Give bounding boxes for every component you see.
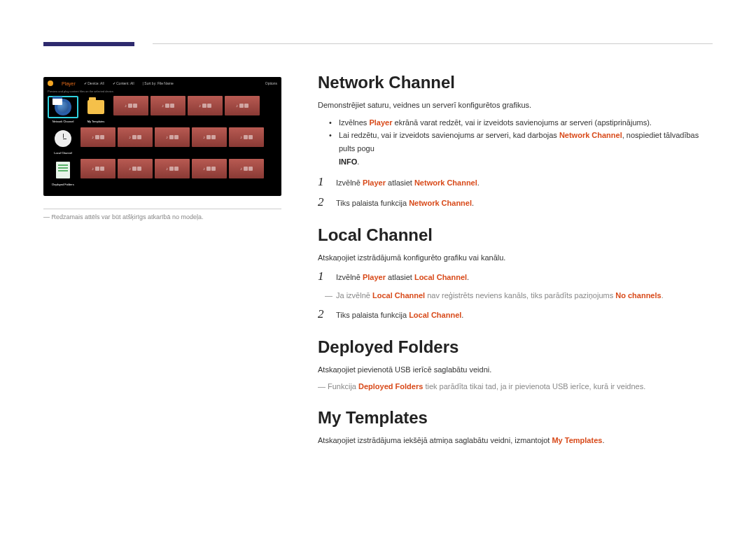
step-number: 2 [318, 307, 326, 321]
content-tile: ♪ [192, 127, 227, 147]
text: Lai redzētu, vai ir izveidots savienojum… [339, 131, 559, 139]
content-tile: ♪ [80, 127, 115, 147]
text: . [662, 291, 664, 300]
highlight-player: Player [363, 273, 386, 281]
content-tile: ♪ [229, 127, 264, 147]
text: atlasiet [386, 273, 414, 281]
deployed-intro: Atskaņojiet pievienotā USB ierīcē saglab… [318, 364, 715, 377]
step-text: Tiks palaista funkcija Local Channel. [336, 309, 463, 322]
text: Izvēlnes [339, 118, 369, 127]
note-dash: Funkcija Deployed Folders tiek parādīta … [318, 381, 715, 393]
step-2: 2 Tiks palaista funkcija Local Channel. [318, 307, 715, 322]
main-content: Network Channel Demonstrējiet saturu, ve… [318, 73, 715, 451]
player-title: Player [62, 81, 76, 86]
text: . [467, 273, 469, 281]
content-tile: ♪ [118, 159, 153, 178]
highlight-local-channel: Local Channel [409, 311, 461, 319]
header-accent-bar [43, 42, 134, 46]
templates-intro: Atskaņojiet izstrādājuma iekšējā atmiņa … [318, 435, 715, 447]
highlight-local-channel: Local Channel [372, 291, 425, 300]
calendar-icon [52, 97, 62, 105]
text: tiek parādīta tikai tad, ja ir pievienot… [423, 382, 645, 391]
network-intro: Demonstrējiet saturu, veidnes un serverī… [318, 99, 715, 112]
tile-label: Deployed Folders [48, 183, 78, 186]
grid-row-2: Local Channel ♪ ♪ ♪ ♪ ♪ [48, 127, 277, 155]
text: atlasiet [386, 178, 414, 187]
highlight-no-channels: No channels [615, 291, 661, 300]
document-icon [56, 162, 70, 178]
content-tile: ♪ [118, 127, 153, 147]
text: Izvēlnē [336, 178, 363, 187]
grid-row-1: Network Channel My Templates ♪ ♪ ♪ ♪ [48, 96, 277, 123]
tile-label: Network Channel [48, 120, 78, 123]
text: nav reģistrēts neviens kanāls, tiks parā… [425, 291, 615, 300]
content-tile: ♪ [155, 127, 190, 147]
tile-label: My Templates [80, 120, 111, 123]
step-number: 1 [318, 269, 326, 283]
content-tile: ♪ [155, 159, 190, 178]
text: Tiks palaista funkcija [336, 311, 409, 319]
text: Izvēlnē [336, 273, 363, 281]
player-logo-icon [48, 80, 53, 86]
grid-row-3: Deployed Folders ♪ ♪ ♪ ♪ ♪ [48, 159, 277, 186]
sort-filter: | Sort by: File Name [143, 81, 174, 85]
bullet-item: Lai redzētu, vai ir izveidots savienojum… [332, 129, 715, 168]
highlight-player: Player [363, 178, 386, 187]
tile-network-channel: Network Channel [48, 96, 78, 123]
highlight-deployed-folders: Deployed Folders [358, 382, 423, 391]
step-number: 2 [318, 195, 326, 209]
tile-label: Local Channel [48, 151, 78, 155]
step-1: 1 Izvēlnē Player atlasiet Local Channel. [318, 269, 715, 284]
highlight-network-channel: Network Channel [409, 199, 472, 207]
step-2: 2 Tiks palaista funkcija Network Channel… [318, 195, 715, 210]
player-header: Player ✔ Device: All ✔ Content: All | So… [43, 77, 281, 90]
step-1: 1 Izvēlnē Player atlasiet Network Channe… [318, 175, 715, 190]
content-filter: ✔ Content: All [113, 81, 134, 85]
player-app-preview: Player ✔ Device: All ✔ Content: All | So… [43, 77, 281, 196]
content-tile: ♪ [113, 96, 148, 115]
note-dash: Ja izvēlnē Local Channel nav reģistrēts … [336, 290, 715, 302]
heading-local-channel: Local Channel [318, 225, 715, 245]
content-filter-value: All [130, 81, 134, 85]
content-tile: ♪ [188, 96, 223, 115]
heading-network-channel: Network Channel [318, 73, 715, 92]
highlight-network-channel: Network Channel [414, 178, 477, 187]
clock-icon [55, 130, 71, 147]
content-tile: ♪ [150, 96, 186, 115]
content-tile: ♪ [225, 96, 260, 115]
network-bullets: Izvēlnes Player ekrānā varat redzēt, vai… [318, 116, 715, 169]
screenshot-figure: Player ✔ Device: All ✔ Content: All | So… [43, 77, 281, 220]
device-filter-value: All [100, 81, 104, 85]
heading-deployed-folders: Deployed Folders [318, 337, 715, 357]
heading-my-templates: My Templates [318, 408, 715, 428]
text: ekrānā varat redzēt, vai ir izveidots sa… [392, 118, 651, 127]
text: Ja izvēlnē [336, 291, 372, 300]
highlight-local-channel: Local Channel [414, 273, 467, 281]
sort-label: Sort by [144, 81, 155, 85]
tile-deployed-folders: Deployed Folders [48, 159, 78, 186]
device-filter-label: Device [88, 81, 98, 85]
highlight-my-templates: My Templates [552, 436, 602, 444]
text: . [461, 311, 463, 319]
folder-icon [88, 100, 104, 114]
figure-caption: Redzamais attēls var būt atšķirīgs atkar… [43, 213, 281, 220]
step-text: Izvēlnē Player atlasiet Local Channel. [336, 272, 469, 284]
local-intro: Atskaņojiet izstrādājumā konfigurēto gra… [318, 252, 715, 265]
step-number: 1 [318, 175, 326, 189]
content-tile: ♪ [229, 159, 264, 178]
highlight-player: Player [369, 118, 392, 127]
step-text: Izvēlnē Player atlasiet Network Channel. [336, 177, 479, 190]
content-tile: ♪ [192, 159, 227, 178]
text: . [602, 436, 604, 444]
step-text: Tiks palaista funkcija Network Channel. [336, 197, 474, 210]
text: Atskaņojiet izstrādājuma iekšējā atmiņa … [318, 436, 552, 444]
figure-divider [43, 209, 281, 209]
text: Tiks palaista funkcija [336, 199, 409, 207]
player-grid: Network Channel My Templates ♪ ♪ ♪ ♪ Loc… [43, 96, 281, 186]
player-subtitle: Preview and play content files on the se… [43, 90, 281, 96]
text: Funkcija [328, 382, 358, 391]
sort-value: File Name [158, 81, 174, 85]
text: . [472, 199, 474, 207]
text: . [357, 157, 359, 166]
content-filter-label: Content [116, 81, 129, 85]
